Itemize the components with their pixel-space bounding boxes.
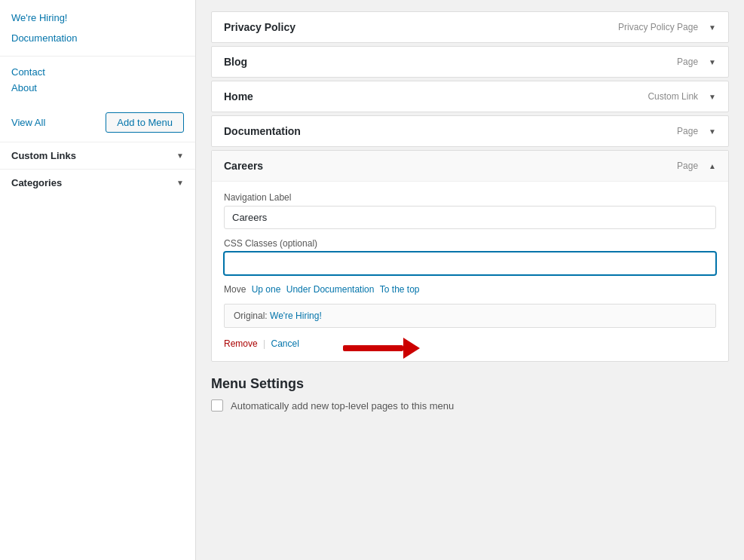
sidebar-item-contact[interactable]: Contact [11,64,184,80]
categories-chevron-icon: ▼ [176,179,184,187]
remove-link[interactable]: Remove [224,338,258,349]
move-under-documentation-link[interactable]: Under Documentation [286,284,375,295]
auto-add-pages-description: Automatically add new top-level pages to… [231,400,454,412]
menu-item-documentation-header[interactable]: Documentation Page ▼ [212,116,728,146]
move-links-group: Move Up one Under Documentation To the t… [224,284,716,295]
categories-header[interactable]: Categories ▼ [11,177,184,188]
blog-type: Page [677,57,698,67]
custom-links-header[interactable]: Custom Links ▼ [11,150,184,161]
main-wrapper: Privacy Policy Privacy Policy Page ▼ Blo… [196,0,744,560]
home-title: Home [224,90,253,103]
menu-item-home-header[interactable]: Home Custom Link ▼ [212,81,728,112]
sidebar-item-documentation[interactable]: Documentation [0,28,195,48]
main-content: Privacy Policy Privacy Policy Page ▼ Blo… [196,0,744,560]
blog-title: Blog [224,56,247,68]
view-all-link[interactable]: View All [11,117,45,128]
menu-item-blog-header[interactable]: Blog Page ▼ [212,47,728,77]
menu-item-privacy-policy-header[interactable]: Privacy Policy Privacy Policy Page ▼ [212,12,728,42]
sidebar-pages-list: We're Hiring! Documentation [0,0,195,56]
add-to-menu-button[interactable]: Add to Menu [106,112,184,133]
nav-label-input[interactable] [224,206,716,229]
blog-right: Page ▼ [677,57,716,67]
menu-item-careers: Careers Page ▲ Navigation Label CSS Clas… [211,150,729,362]
original-box: Original: We're Hiring! [224,304,716,328]
menu-settings-auto-add-row: Automatically add new top-level pages to… [211,399,729,412]
css-classes-group: CSS Classes (optional) [224,238,716,275]
home-right: Custom Link ▼ [648,91,716,102]
original-label: Original: [234,311,268,321]
custom-links-chevron-icon: ▼ [176,151,184,160]
sidebar-other-section: Contact About [0,56,195,103]
careers-chevron-icon[interactable]: ▲ [709,162,716,170]
careers-body: Navigation Label CSS Classes (optional) … [212,181,728,361]
menu-items-container: Privacy Policy Privacy Policy Page ▼ Blo… [196,0,744,376]
categories-label: Categories [11,177,62,188]
css-classes-label: CSS Classes (optional) [224,238,716,249]
css-classes-input[interactable] [224,252,716,275]
documentation-type: Page [677,126,698,136]
menu-item-privacy-policy: Privacy Policy Privacy Policy Page ▼ [211,11,729,43]
privacy-policy-title: Privacy Policy [224,21,295,33]
menu-settings: Menu Settings Automatically add new top-… [196,376,744,427]
documentation-link[interactable]: Documentation [11,32,77,44]
privacy-policy-right: Privacy Policy Page ▼ [618,22,716,32]
menu-item-documentation: Documentation Page ▼ [211,115,729,147]
documentation-title: Documentation [224,125,301,137]
documentation-right: Page ▼ [677,126,716,136]
move-label: Move [224,284,246,295]
custom-links-label: Custom Links [11,150,76,161]
nav-label-label: Navigation Label [224,192,716,203]
nav-label-group: Navigation Label [224,192,716,229]
menu-item-careers-header[interactable]: Careers Page ▲ [212,151,728,181]
sidebar: We're Hiring! Documentation Contact Abou… [0,0,196,560]
menu-settings-title: Menu Settings [211,376,729,392]
hiring-link[interactable]: We're Hiring! [11,12,67,23]
privacy-policy-chevron-icon[interactable]: ▼ [709,23,716,32]
categories-section: Categories ▼ [0,169,195,196]
careers-right: Page ▲ [677,161,716,171]
privacy-policy-type: Privacy Policy Page [618,22,698,32]
careers-title: Careers [224,160,263,172]
cancel-link[interactable]: Cancel [271,338,299,349]
custom-links-section: Custom Links ▼ [0,142,195,169]
documentation-chevron-icon[interactable]: ▼ [709,127,716,136]
home-type: Custom Link [648,91,698,102]
sidebar-footer: View All Add to Menu [0,103,195,142]
original-link[interactable]: We're Hiring! [270,311,322,321]
action-separator: | [263,338,265,349]
home-chevron-icon[interactable]: ▼ [709,93,716,101]
menu-item-blog: Blog Page ▼ [211,46,729,78]
move-up-one-link[interactable]: Up one [252,284,281,295]
auto-add-pages-checkbox[interactable] [211,399,223,412]
sidebar-item-hiring[interactable]: We're Hiring! [0,8,195,28]
sidebar-item-about[interactable]: About [11,80,184,96]
blog-chevron-icon[interactable]: ▼ [709,58,716,66]
careers-type: Page [677,161,698,171]
move-to-top-link[interactable]: To the top [380,284,420,295]
action-links: Remove | Cancel [224,338,716,349]
sidebar-other-list: Contact About [11,64,184,96]
menu-item-home: Home Custom Link ▼ [211,81,729,112]
